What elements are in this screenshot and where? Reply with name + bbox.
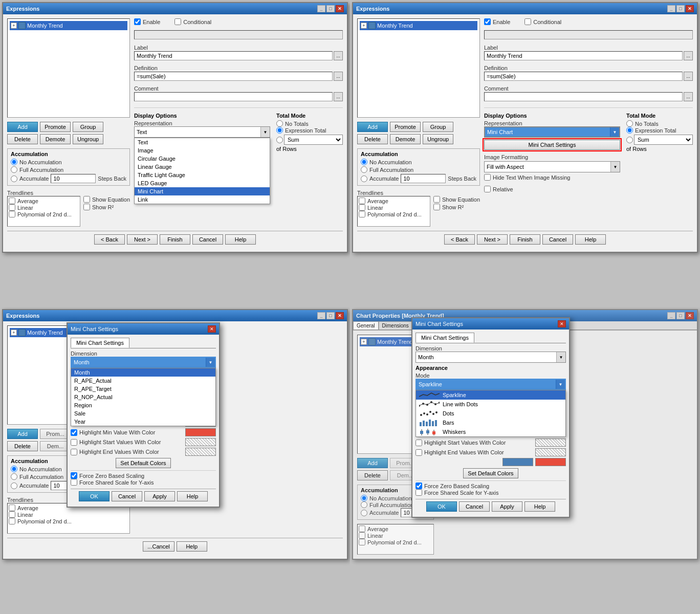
- img-format-field-tr[interactable]: Fill with Aspect ▼: [484, 161, 620, 172]
- highlight-start-check-bl[interactable]: [71, 439, 77, 446]
- close-mini-br[interactable]: ✕: [558, 320, 566, 327]
- highlight-end-swatch-bl[interactable]: [185, 448, 216, 456]
- full-accum-radio-bl[interactable]: [11, 473, 17, 480]
- dim-month-bl[interactable]: Month: [71, 368, 215, 377]
- minimize-btn-tl[interactable]: _: [317, 5, 325, 12]
- set-default-colors-btn-br[interactable]: Set Default Colors: [463, 468, 518, 478]
- chart-maximize-btn[interactable]: □: [676, 312, 685, 319]
- definition-input-tl[interactable]: [134, 72, 333, 81]
- force-zero-check-br[interactable]: [415, 483, 422, 489]
- force-shared-check-br[interactable]: [415, 489, 422, 496]
- no-accum-radio-bl[interactable]: [11, 466, 17, 472]
- cancel-btn-tr[interactable]: Cancel: [542, 234, 573, 245]
- mini-tab-bl[interactable]: Mini Chart Settings: [71, 338, 129, 348]
- mode-arrow-br[interactable]: ▼: [556, 380, 565, 389]
- minimize-btn-bl[interactable]: _: [317, 312, 325, 319]
- label-ellipsis-tr[interactable]: ...: [684, 51, 693, 60]
- ok-btn-bl[interactable]: OK: [79, 491, 110, 501]
- dim-sale-bl[interactable]: Sale: [71, 409, 215, 418]
- full-accum-radio-tl[interactable]: [11, 166, 17, 173]
- back-btn-tl[interactable]: < Back: [94, 234, 125, 245]
- comment-input-tr[interactable]: [484, 92, 683, 101]
- show-r2-check-tl[interactable]: [83, 204, 90, 210]
- force-zero-check-bl[interactable]: [71, 472, 77, 479]
- img-format-arrow-tr[interactable]: ▼: [610, 162, 620, 172]
- opt-image-tl[interactable]: Image: [135, 146, 270, 155]
- close-btn-tl[interactable]: ✕: [336, 5, 344, 12]
- dim-rnop-actual-bl[interactable]: R_NOP_Actual: [71, 393, 215, 401]
- no-accum-br[interactable]: [361, 495, 367, 501]
- opt-linear-tl[interactable]: Linear Gauge: [135, 163, 270, 171]
- accum-steps-tr[interactable]: [401, 174, 446, 183]
- tab-general[interactable]: General: [353, 321, 379, 330]
- opt-led-tl[interactable]: LED Gauge: [135, 179, 270, 187]
- chart-close-btn[interactable]: ✕: [686, 312, 694, 319]
- dim-field-bl[interactable]: Month ▼: [71, 357, 216, 368]
- highlight-start-swatch-br[interactable]: [535, 438, 566, 447]
- linear-bl[interactable]: [9, 511, 15, 518]
- group-btn-tr[interactable]: Group: [423, 122, 453, 132]
- mode-dots-br[interactable]: Dots: [416, 409, 565, 418]
- def-ellipsis-tl[interactable]: ...: [334, 72, 343, 81]
- sum-radio-tr[interactable]: [626, 137, 633, 143]
- poly-bl[interactable]: [9, 518, 15, 524]
- poly-check-tl[interactable]: [9, 211, 15, 217]
- chart-minimize-btn[interactable]: _: [667, 312, 675, 319]
- set-default-colors-btn-bl[interactable]: Set Default Colors: [116, 458, 170, 468]
- no-totals-radio-tr[interactable]: [626, 120, 633, 127]
- dim-field-br[interactable]: Month ▼: [415, 352, 566, 363]
- close-btn-bl[interactable]: ✕: [336, 312, 344, 319]
- tree-expand-br[interactable]: +: [361, 339, 367, 345]
- tree-expand-bl[interactable]: +: [11, 330, 17, 336]
- expr-total-radio-tl[interactable]: [276, 127, 283, 134]
- label-ellipsis-tl[interactable]: ...: [334, 51, 343, 60]
- mini-tab-br[interactable]: Mini Chart Settings: [415, 333, 474, 343]
- accum-radio-bl[interactable]: [11, 483, 17, 489]
- poly-check-tr[interactable]: [359, 211, 365, 217]
- opt-traffic-tl[interactable]: Traffic Light Gauge: [135, 171, 270, 179]
- def-ellipsis-tr[interactable]: ...: [684, 72, 693, 81]
- demote-btn-bl[interactable]: Dem...: [40, 441, 71, 451]
- force-shared-check-bl[interactable]: [71, 479, 77, 486]
- cancel-btn-mini-bl[interactable]: Cancel: [112, 491, 142, 501]
- close-btn-tr[interactable]: ✕: [686, 5, 694, 12]
- help-btn-bl[interactable]: Help: [177, 541, 207, 552]
- avg-br[interactable]: [359, 525, 365, 532]
- sum-radio-tl[interactable]: [276, 137, 283, 143]
- apply-btn-br[interactable]: Apply: [492, 501, 522, 512]
- maximize-btn-tr[interactable]: □: [676, 5, 685, 12]
- comment-input-tl[interactable]: [134, 92, 333, 101]
- help-btn-tr[interactable]: Help: [575, 234, 606, 245]
- dim-rape-target-bl[interactable]: R_APE_Target: [71, 385, 215, 393]
- comment-ellipsis-tr[interactable]: ...: [684, 92, 693, 101]
- avg-check-tr[interactable]: [359, 198, 365, 204]
- definition-input-tr[interactable]: [484, 72, 683, 81]
- linear-br[interactable]: [359, 532, 365, 539]
- promote-btn-tl[interactable]: Promote: [40, 122, 71, 132]
- mini-chart-settings-btn-tr[interactable]: Mini Chart Settings: [484, 140, 620, 150]
- delete-btn-bl[interactable]: Delete: [7, 441, 38, 451]
- add-btn-br[interactable]: Add: [357, 458, 388, 468]
- ungroup-btn-tl[interactable]: Ungroup: [73, 134, 103, 144]
- highlight-end-swatch-br[interactable]: [535, 448, 566, 456]
- relative-check-tr[interactable]: [484, 186, 491, 192]
- dim-rape-actual-bl[interactable]: R_APE_Actual: [71, 377, 215, 385]
- help-btn-mini-bl[interactable]: Help: [177, 491, 208, 501]
- label-input-tr[interactable]: [484, 51, 683, 60]
- mode-whiskers-br[interactable]: Whiskers: [416, 427, 565, 436]
- accum-radio-br[interactable]: [361, 510, 367, 516]
- accum-steps-tl[interactable]: [51, 174, 96, 183]
- rep-field-tr[interactable]: Mini Chart ▼: [484, 126, 620, 138]
- promote-btn-bl[interactable]: Prom...: [40, 429, 71, 439]
- finish-btn-tl[interactable]: Finish: [160, 234, 190, 245]
- linear-check-tl[interactable]: [9, 204, 15, 211]
- enable-check-tl[interactable]: [134, 18, 141, 25]
- close-mini-bl[interactable]: ✕: [208, 325, 216, 333]
- help-btn-mini-br[interactable]: Help: [524, 501, 555, 512]
- apply-btn-bl[interactable]: Apply: [144, 491, 175, 501]
- comment-ellipsis-tl[interactable]: ...: [334, 92, 343, 101]
- finish-btn-tr[interactable]: Finish: [510, 234, 540, 245]
- next-btn-tr[interactable]: Next >: [477, 234, 508, 245]
- ok-btn-br[interactable]: OK: [426, 501, 457, 512]
- add-btn-tr[interactable]: Add: [357, 122, 388, 132]
